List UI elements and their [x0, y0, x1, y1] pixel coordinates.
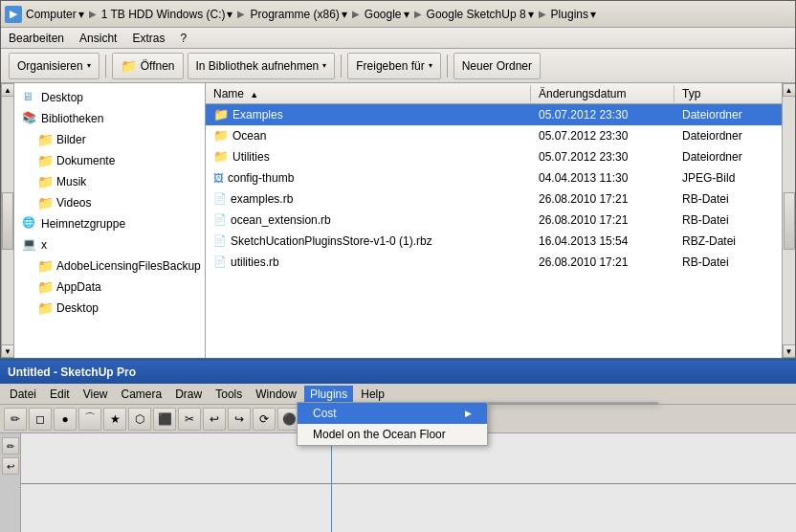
file-type-examples: Dateiordner [674, 106, 782, 123]
sk-tool-rect[interactable]: ◻ [29, 408, 52, 431]
breadcrumb-sketchup-dropdown[interactable]: ▾ [528, 8, 534, 21]
col-date-header[interactable]: Änderungsdatum [531, 85, 674, 102]
sk-tool-cut[interactable]: ✂ [178, 408, 201, 431]
file-name-ocean-ext: 📄 ocean_extension.rb [206, 211, 531, 229]
sk-tool-undo[interactable]: ↩ [203, 408, 226, 431]
sidebar-item-desktop2[interactable]: 📁 Desktop [14, 298, 205, 319]
file-name-utilities: 📁 Utilities [206, 147, 531, 166]
table-row[interactable]: 📄 examples.rb 26.08.2010 17:21 RB-Datei [206, 188, 782, 210]
file-date-sketchucation: 16.04.2013 15:54 [531, 233, 674, 250]
sidebar-item-videos[interactable]: 📁 Videos [14, 192, 205, 213]
file-type-utilities: Dateiordner [674, 148, 782, 166]
menu-help[interactable]: ? [176, 30, 190, 47]
breadcrumb-sep-2: ▶ [237, 9, 245, 19]
sk-menu-tools[interactable]: Tools [210, 386, 248, 403]
sidebar-scroll-down[interactable]: ▼ [1, 344, 14, 358]
dropdown-item-model[interactable]: Model on the Ocean Floor [298, 424, 487, 445]
breadcrumb-google-dropdown[interactable]: ▾ [404, 8, 409, 21]
file-scroll-thumb[interactable] [784, 192, 795, 250]
file-date-ocean: 05.07.2012 23:30 [531, 127, 674, 144]
open-button[interactable]: 📁 Öffnen [112, 53, 184, 79]
sidebar-item-dokumente[interactable]: 📁 Dokumente [14, 150, 205, 171]
sketchup-titlebar: Untitled - SketchUp Pro [0, 361, 796, 384]
sidebar-item-musik[interactable]: 📁 Musik [14, 171, 205, 192]
sk-tool-pencil[interactable]: ✏ [4, 408, 27, 431]
toolbar-sep-3 [447, 55, 448, 78]
file-list: Name ▲ Änderungsdatum Typ 📁 Examples [206, 83, 782, 358]
sidebar: 🖥 Desktop 📚 Bibliotheken 📁 Bilder 📁 Doku… [14, 83, 206, 358]
breadcrumb-drive-dropdown[interactable]: ▾ [227, 8, 232, 21]
file-date-ocean-ext: 26.08.2010 17:21 [531, 211, 674, 229]
new-folder-button[interactable]: Neuer Ordner [453, 53, 541, 79]
sk-menu-help[interactable]: Help [355, 386, 390, 403]
network-icon: 🌐 [22, 216, 37, 232]
file-scroll-down[interactable]: ▼ [783, 344, 796, 358]
breadcrumb-computer-dropdown[interactable]: ▾ [78, 8, 84, 21]
table-row[interactable]: 📁 Ocean 05.07.2012 23:30 Dateiordner [206, 125, 782, 146]
table-row[interactable]: 📄 SketchUcationPluginsStore-v1-0 (1).rbz… [206, 231, 782, 252]
table-row[interactable]: 📄 utilities.rb 26.08.2010 17:21 RB-Datei [206, 252, 782, 273]
breadcrumb-sketchup[interactable]: Google SketchUp 8 ▾ [427, 8, 534, 21]
sidebar-scroll-thumb[interactable] [2, 192, 13, 250]
share-button[interactable]: Freigeben für ▾ [347, 53, 440, 79]
breadcrumb-drive[interactable]: 1 TB HDD Windows (C:) ▾ [101, 8, 233, 21]
image-icon: 🖼 [213, 172, 224, 184]
breadcrumb-google[interactable]: Google ▾ [365, 8, 409, 21]
sk-tool-rotate[interactable]: ⟳ [253, 408, 276, 431]
sidebar-item-adobe[interactable]: 📁 AdobeLicensingFilesBackup [14, 255, 205, 277]
folder-icon: 📁 [213, 107, 229, 122]
sidebar-item-bilder[interactable]: 📁 Bilder [14, 129, 205, 150]
sk-left-btn-1[interactable]: ✏ [2, 437, 19, 454]
sketchup-content: ✏ ↩ [0, 433, 796, 532]
dropdown-item-cost[interactable]: Cost ▶ [298, 403, 487, 424]
file-list-scrollbar: ▲ ▼ [782, 83, 795, 358]
sidebar-item-desktop[interactable]: 🖥 Desktop [14, 87, 205, 108]
col-type-header[interactable]: Typ [674, 85, 782, 102]
breadcrumb-sep-3: ▶ [352, 9, 360, 19]
breadcrumb-plugins-dropdown[interactable]: ▾ [590, 8, 596, 21]
menu-ansicht[interactable]: Ansicht [76, 30, 121, 47]
menu-bearbeiten[interactable]: Bearbeiten [5, 30, 68, 47]
sk-menu-camera[interactable]: Camera [116, 386, 168, 403]
col-name-header[interactable]: Name ▲ [206, 85, 531, 102]
sk-tool-push[interactable]: ⬛ [153, 408, 176, 431]
sk-tool-star[interactable]: ★ [103, 408, 126, 431]
library-icon: 📚 [22, 111, 37, 126]
sidebar-item-appdata[interactable]: 📁 AppData [14, 277, 205, 298]
breadcrumb-plugins[interactable]: Plugins ▾ [551, 8, 596, 21]
sk-menu-window[interactable]: Window [250, 386, 302, 403]
sk-axis-horizontal [21, 483, 796, 484]
table-row[interactable]: 📁 Examples 05.07.2012 23:30 Dateiordner [206, 104, 782, 125]
sidebar-item-heimnetzgruppe[interactable]: 🌐 Heimnetzgruppe [14, 213, 205, 234]
sidebar-scroll-up[interactable]: ▲ [1, 83, 14, 97]
sk-tool-redo[interactable]: ↪ [228, 408, 251, 431]
back-button[interactable]: ▶ [5, 6, 22, 23]
library-button[interactable]: In Bibliothek aufnehmen ▾ [188, 53, 336, 79]
file-scroll-up[interactable]: ▲ [783, 83, 796, 97]
sk-tool-circle[interactable]: ● [54, 408, 77, 431]
breadcrumb-programme[interactable]: Programme (x86) ▾ [250, 8, 346, 21]
sk-tool-hex[interactable]: ⬡ [128, 408, 151, 431]
sk-menu-draw[interactable]: Draw [169, 386, 208, 403]
table-row[interactable]: 🖼 config-thumb 04.04.2013 11:30 JPEG-Bil… [206, 167, 782, 188]
column-header: Name ▲ Änderungsdatum Typ [206, 83, 782, 104]
file-name-utilities-rb: 📄 utilities.rb [206, 254, 531, 271]
sidebar-item-bibliotheken[interactable]: 📚 Bibliotheken [14, 108, 205, 129]
desktop-icon: 🖥 [22, 90, 37, 105]
organise-button[interactable]: Organisieren ▾ [9, 53, 100, 79]
table-row[interactable]: 📁 Utilities 05.07.2012 23:30 Dateiordner [206, 146, 782, 167]
breadcrumb-programme-dropdown[interactable]: ▾ [342, 8, 347, 21]
sk-menu-edit[interactable]: Edit [44, 386, 76, 403]
sk-tool-arc[interactable]: ⌒ [78, 408, 101, 431]
sidebar-item-x[interactable]: 💻 x [14, 234, 205, 255]
sk-menu-plugins[interactable]: Plugins [304, 386, 353, 403]
sk-menu-datei[interactable]: Datei [4, 386, 42, 403]
sk-left-btn-2[interactable]: ↩ [2, 457, 19, 475]
rbz-icon: 📄 [213, 234, 227, 247]
file-type-config: JPEG-Bild [674, 169, 782, 187]
file-date-examples: 05.07.2012 23:30 [531, 106, 674, 123]
sk-menu-view[interactable]: View [77, 386, 114, 403]
table-row[interactable]: 📄 ocean_extension.rb 26.08.2010 17:21 RB… [206, 210, 782, 231]
menu-extras[interactable]: Extras [128, 30, 168, 47]
breadcrumb-computer[interactable]: Computer ▾ [26, 8, 84, 21]
